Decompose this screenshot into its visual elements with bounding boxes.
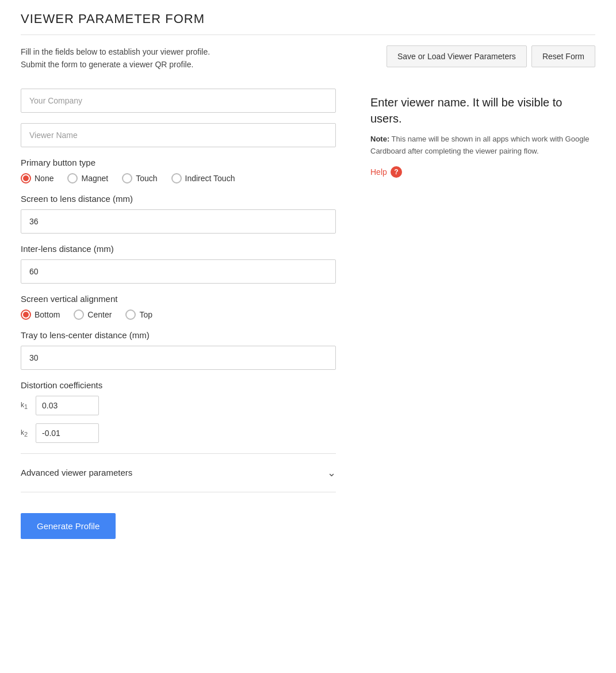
advanced-label: Advanced viewer parameters: [21, 468, 132, 477]
radio-center[interactable]: Center: [74, 309, 112, 320]
radio-bottom-label: Bottom: [35, 310, 60, 319]
company-name-field: [21, 89, 336, 113]
distortion-label: Distortion coefficients: [21, 380, 336, 390]
radio-bottom-input[interactable]: [21, 309, 31, 320]
chevron-down-icon: ⌄: [327, 466, 336, 479]
screen-lens-distance-input[interactable]: [21, 209, 336, 234]
radio-touch-label: Touch: [136, 174, 157, 183]
tray-lens-center-field: Tray to lens-center distance (mm): [21, 330, 336, 370]
screen-vertical-alignment-radio-group: Bottom Center Top: [21, 309, 336, 320]
reset-form-button[interactable]: Reset Form: [531, 45, 595, 67]
top-button-group: Save or Load Viewer Parameters Reset For…: [387, 45, 595, 67]
screen-lens-distance-field: Screen to lens distance (mm): [21, 194, 336, 234]
help-section: Enter viewer name. It will be visible to…: [370, 89, 595, 539]
radio-top-input[interactable]: [125, 309, 136, 320]
help-link[interactable]: Help ?: [370, 166, 595, 178]
radio-none[interactable]: None: [21, 173, 53, 183]
tray-lens-center-label: Tray to lens-center distance (mm): [21, 330, 336, 340]
divider-2: [21, 492, 336, 492]
viewer-name-field: [21, 123, 336, 147]
page-description: Fill in the fields below to establish yo…: [21, 45, 210, 71]
question-icon: ?: [391, 166, 402, 178]
radio-touch[interactable]: Touch: [122, 173, 157, 183]
k2-subscript: k2: [21, 429, 31, 438]
radio-indirect-touch[interactable]: Indirect Touch: [171, 173, 235, 183]
inter-lens-distance-input[interactable]: [21, 259, 336, 284]
page-title: VIEWER PARAMETER FORM: [21, 12, 595, 35]
radio-top-label: Top: [139, 310, 152, 319]
radio-bottom[interactable]: Bottom: [21, 309, 60, 320]
generate-profile-button[interactable]: Generate Profile: [21, 513, 116, 539]
k1-subscript: k1: [21, 401, 31, 410]
primary-button-label: Primary button type: [21, 158, 336, 167]
radio-none-label: None: [35, 174, 53, 183]
inter-lens-distance-label: Inter-lens distance (mm): [21, 244, 336, 254]
radio-indirect-touch-label: Indirect Touch: [185, 174, 235, 183]
distortion-k2-input[interactable]: [36, 423, 99, 443]
radio-top[interactable]: Top: [125, 309, 152, 320]
primary-button-type-field: Primary button type None Magnet Touch: [21, 158, 336, 183]
radio-magnet-input[interactable]: [67, 173, 78, 183]
radio-magnet-label: Magnet: [81, 174, 108, 183]
tray-lens-center-input[interactable]: [21, 346, 336, 370]
form-section: Primary button type None Magnet Touch: [21, 89, 336, 539]
save-load-button[interactable]: Save or Load Viewer Parameters: [387, 45, 527, 67]
radio-none-input[interactable]: [21, 173, 31, 183]
distortion-k2-row: k2: [21, 423, 336, 443]
radio-indirect-touch-input[interactable]: [171, 173, 182, 183]
screen-vertical-alignment-label: Screen vertical alignment: [21, 294, 336, 304]
screen-lens-distance-label: Screen to lens distance (mm): [21, 194, 336, 204]
help-note-text: This name will be shown in all apps whic…: [370, 135, 590, 155]
help-title: Enter viewer name. It will be visible to…: [370, 94, 595, 127]
distortion-k1-input[interactable]: [36, 396, 99, 415]
help-note: Note: This name will be shown in all app…: [370, 133, 595, 158]
screen-vertical-alignment-field: Screen vertical alignment Bottom Center …: [21, 294, 336, 320]
distortion-field: Distortion coefficients k1 k2: [21, 380, 336, 443]
help-link-text: Help: [370, 167, 387, 177]
primary-button-radio-group: None Magnet Touch Indirect Touch: [21, 173, 336, 183]
inter-lens-distance-field: Inter-lens distance (mm): [21, 244, 336, 284]
company-name-input[interactable]: [21, 89, 336, 113]
divider-1: [21, 453, 336, 454]
radio-center-input[interactable]: [74, 309, 84, 320]
radio-touch-input[interactable]: [122, 173, 132, 183]
help-note-bold: Note:: [370, 135, 389, 143]
distortion-k1-row: k1: [21, 396, 336, 415]
advanced-parameters-row[interactable]: Advanced viewer parameters ⌄: [21, 464, 336, 481]
radio-magnet[interactable]: Magnet: [67, 173, 108, 183]
viewer-name-input[interactable]: [21, 123, 336, 147]
distortion-group: k1 k2: [21, 396, 336, 443]
radio-center-label: Center: [87, 310, 112, 319]
